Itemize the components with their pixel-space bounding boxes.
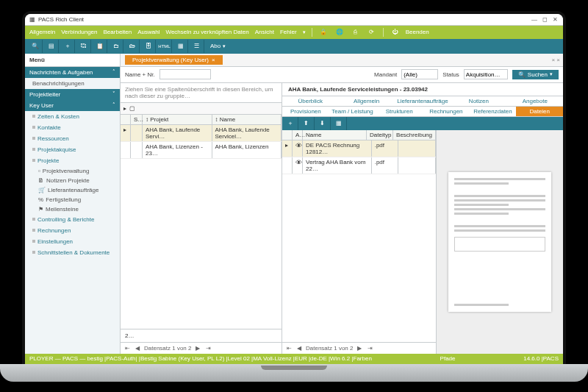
tool-grid-icon[interactable]: ▦ [173, 40, 188, 53]
doc-icon: ▫ [38, 168, 40, 174]
sidebar-group-projektleiter[interactable]: Projektleiter˅ [25, 89, 120, 100]
pager-last-icon[interactable]: ⇥ [204, 345, 212, 352]
pager-first-icon[interactable]: ⇤ [123, 345, 131, 352]
pager-next-icon[interactable]: ▶ [356, 345, 363, 352]
sidebar-link-rechnungen[interactable]: Rechnungen [25, 225, 120, 236]
power-icon[interactable]: ⏻ [390, 27, 400, 38]
tab-team[interactable]: Team / Leistung [329, 107, 376, 116]
menu-allgemein[interactable]: Allgemein [29, 29, 55, 35]
tool-add-icon[interactable]: ＋ [60, 40, 75, 53]
eye-icon[interactable]: 👁 [293, 157, 303, 174]
maximize-button[interactable]: ◻ [541, 15, 548, 23]
filter-name-label: Name + Nr. [125, 71, 155, 78]
tab-allgemein[interactable]: Allgemein [338, 96, 394, 106]
sidebar-link-kontakte[interactable]: Kontakte [25, 122, 120, 133]
doc-row[interactable]: ▸ 👁 DE PACS Rechnung 12812… .pdf [282, 140, 436, 157]
dcol-desc[interactable]: Beschreibung [393, 130, 436, 140]
tool-archive-icon[interactable]: 🗄 [141, 40, 156, 53]
dtool-upload-icon[interactable]: ⬆ [298, 117, 315, 130]
tab-lieferanten[interactable]: Lieferantenaufträge [395, 96, 451, 106]
grid-header: S… ↕ Projekt ↕ Name [121, 115, 282, 125]
sort-icon[interactable]: ↕ [215, 116, 218, 123]
menu-beenden[interactable]: Beenden [406, 29, 429, 35]
menu-ansicht[interactable]: Ansicht [255, 29, 274, 35]
dtool-download-icon[interactable]: ⬇ [315, 117, 331, 130]
sidebar-link-projekte[interactable]: Projekte [25, 155, 120, 166]
pager-prev-icon[interactable]: ◀ [295, 345, 303, 352]
filter-status-select[interactable] [464, 69, 508, 79]
tool-search-icon[interactable]: 🔍 [28, 40, 43, 53]
menu-fehler[interactable]: Fehler [280, 29, 297, 35]
sidebar-group-nachrichten[interactable]: Nachrichten & Aufgaben˄ [25, 67, 120, 78]
pager-last-icon[interactable]: ⇥ [366, 345, 373, 352]
tool-paste-icon[interactable]: 📋 [93, 40, 107, 53]
sidebar-group-keyuser[interactable]: Key User˄ [25, 100, 120, 111]
sidebar-link-zeiten[interactable]: Zeiten & Kosten [25, 111, 120, 122]
col-name[interactable]: Name [220, 116, 235, 123]
sidebar-link-akquise[interactable]: Projektakquise [25, 144, 120, 155]
pager-next-icon[interactable]: ▶ [194, 345, 201, 352]
sidebar-sub-notizen[interactable]: 🗎Notizen Projekte [25, 176, 120, 185]
sidebar-sub-fertigstellung[interactable]: %Fertigstellung [25, 195, 120, 204]
tab-ueberblick[interactable]: Überblick [282, 96, 338, 106]
doc-row[interactable]: 👁 Vertrag AHA Bank vom 22… .pdf [282, 157, 436, 174]
sidebar-sub-lieferanten[interactable]: 🛒Lieferantenaufträge [25, 185, 120, 195]
tool-copy-icon[interactable]: ⿻ [76, 40, 91, 53]
eye-icon[interactable]: 👁 [293, 140, 303, 157]
close-button[interactable]: ✕ [551, 15, 559, 23]
tabstrip-close-icon[interactable]: × × [548, 57, 563, 63]
filter-mandant-select[interactable] [401, 69, 438, 79]
tool-html-icon[interactable]: HTML [157, 40, 172, 53]
menu-auswahl[interactable]: Auswahl [137, 29, 159, 35]
document-preview [437, 130, 563, 354]
tool-folderopen-icon[interactable]: 🗁 [125, 40, 140, 53]
menu-bearbeiten[interactable]: Bearbeiten [104, 29, 132, 35]
refresh-icon[interactable]: ⟳ [367, 27, 377, 38]
sidebar-title: Menü [25, 54, 120, 67]
tool-abo[interactable]: Abo ▾ [206, 43, 230, 49]
expand-icon[interactable]: ▸ [123, 105, 126, 112]
search-button[interactable]: 🔍 Suchen ▾ [512, 70, 559, 79]
pager-first-icon[interactable]: ⇤ [285, 345, 293, 352]
menu-wechseln[interactable]: Wechseln zu verknüpften Daten [165, 29, 248, 35]
filter-bar: Name + Nr. Mandant Status 🔍 Suchen ▾ [121, 67, 563, 83]
filter-icon[interactable]: ▢ [129, 105, 135, 112]
sidebar-link-einstellungen[interactable]: Einstellungen [25, 236, 120, 247]
tool-list-icon[interactable]: ▤ [44, 40, 59, 53]
sidebar-link-controlling[interactable]: Controlling & Berichte [25, 214, 120, 225]
tool-folder-icon[interactable]: 🗀 [109, 40, 123, 53]
sidebar-link-ressourcen[interactable]: Ressourcen [25, 133, 120, 144]
tab-provisionen[interactable]: Provisionen [282, 107, 329, 116]
print-icon[interactable]: ⎙ [351, 27, 361, 38]
tab-rechnungen[interactable]: Rechnungen [423, 107, 470, 116]
sidebar-link-schnittstellen[interactable]: Schnittstellen & Dokumente [25, 247, 120, 258]
tool-columns-icon[interactable]: ☰ [190, 40, 204, 53]
tab-referenz[interactable]: Referenzdaten [470, 107, 517, 116]
tab-dateien[interactable]: Dateien [516, 107, 563, 116]
tab-close-icon[interactable]: × [212, 57, 215, 63]
col-projekt[interactable]: Projekt [150, 116, 168, 123]
col-status[interactable]: S… [131, 115, 143, 124]
filter-name-input[interactable] [159, 69, 211, 79]
dcol-type[interactable]: Dateityp [367, 130, 393, 140]
sidebar-group-label: Projektleiter [29, 91, 60, 98]
table-row[interactable]: AHA Bank, Lizenzen - 23… AHA Bank, Lizen… [121, 142, 282, 159]
tab-notizen[interactable]: Notizen [451, 96, 506, 106]
tab-projektverwaltung[interactable]: Projektverwaltung (Key User) × [125, 55, 223, 65]
sidebar-sub-meilensteine[interactable]: ⚑Meilensteine [25, 204, 120, 214]
tab-angebote[interactable]: Angebote [507, 96, 563, 106]
sidebar-sub-projektverwaltung[interactable]: ▫Projektverwaltung [25, 166, 120, 176]
table-row[interactable]: ▸ AHA Bank, Laufende Servi… AHA Bank, La… [121, 125, 282, 142]
sort-icon[interactable]: ↕ [146, 116, 148, 123]
dtool-add-icon[interactable]: ＋ [282, 117, 298, 130]
lock-icon[interactable]: 🔒 [318, 27, 329, 38]
pager-prev-icon[interactable]: ◀ [134, 345, 141, 352]
dcol-name[interactable]: Name [303, 130, 367, 140]
dtool-grid-icon[interactable]: ▦ [331, 117, 347, 130]
sidebar-item-benachrichtigungen[interactable]: Benachrichtigungen [25, 78, 120, 89]
minimize-button[interactable]: — [531, 15, 538, 23]
dcol-a[interactable]: A… [293, 130, 303, 140]
globe-icon[interactable]: 🌐 [334, 27, 345, 38]
tab-strukturen[interactable]: Strukturen [376, 107, 423, 116]
menu-verbindungen[interactable]: Verbindungen [61, 29, 97, 35]
